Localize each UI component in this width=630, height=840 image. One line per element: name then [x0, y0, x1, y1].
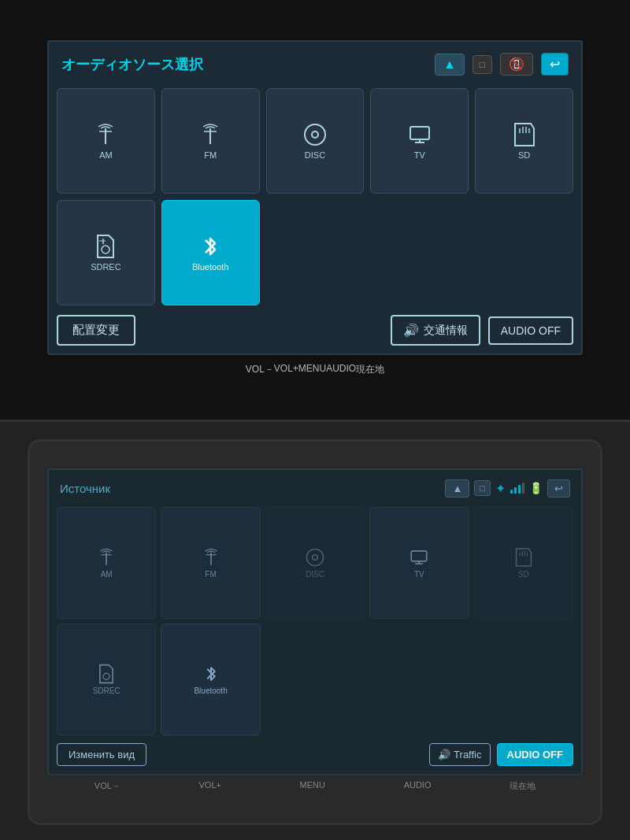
sd-label-top: SD: [518, 150, 530, 160]
genzaichi-bottom[interactable]: 現在地: [510, 780, 536, 792]
svg-rect-22: [412, 550, 428, 561]
vol-minus-top[interactable]: VOL－: [246, 363, 274, 376]
sdrec-button-top[interactable]: SDREC: [57, 200, 155, 305]
menu-bottom[interactable]: MENU: [300, 780, 325, 792]
bar2: [514, 487, 517, 494]
battery-icon-bottom: □: [474, 480, 491, 496]
disc-icon-bottom: [305, 547, 325, 568]
hw-controls-bottom: VOL－ VOL+ MENU AUDIO 現在地: [47, 775, 583, 797]
svg-point-13: [102, 246, 109, 253]
audio-top[interactable]: AUDIO: [326, 363, 356, 376]
svg-point-5: [312, 131, 318, 138]
svg-point-20: [306, 549, 323, 565]
media-icon-top: □: [480, 59, 485, 70]
sd-label-bottom: SD: [518, 570, 529, 579]
tv-icon: [407, 122, 432, 147]
fm-label-bottom: FM: [205, 570, 216, 579]
bluetooth-icon-bottom: [202, 664, 220, 684]
page-title-top: オーディオソース選択: [61, 55, 427, 74]
audio-off-button-bottom[interactable]: AUDIO OFF: [497, 743, 574, 766]
fm-icon: [198, 122, 223, 147]
bottom-bar-top: 配置変更 🔊 交通情報 AUDIO OFF: [57, 315, 573, 346]
sd-icon-bottom: [515, 547, 532, 568]
bluetooth-button-top[interactable]: Bluetooth: [161, 200, 260, 305]
am-icon-bottom: [96, 547, 117, 568]
no-phone-button-top[interactable]: 📵: [500, 53, 533, 76]
traffic-label-top: 交通情報: [424, 324, 468, 338]
traffic-wave-icon-bottom: 🔊: [438, 749, 450, 760]
header-bar-top: オーディオソース選択 ▲ □ 📵 ↩: [57, 50, 573, 79]
screen-top: オーディオソース選択 ▲ □ 📵 ↩: [47, 40, 583, 355]
sdrec-label-top: SDREC: [91, 262, 121, 272]
menu-top[interactable]: MENU: [298, 363, 326, 376]
disc-button-bottom[interactable]: DISC: [265, 507, 365, 619]
tv-label-bottom: TV: [414, 570, 424, 579]
bluetooth-status-icon: ✦: [495, 481, 506, 496]
arrange-button-top[interactable]: 配置変更: [57, 315, 135, 346]
sdrec-icon-bottom: [96, 664, 117, 684]
traffic-button-bottom[interactable]: 🔊 Traffic: [429, 743, 490, 766]
svg-rect-6: [410, 127, 429, 139]
eject-button-bottom[interactable]: ▲: [445, 479, 469, 498]
device-bezel: Источник ▲ □ ✦ 🔋 ↩: [28, 439, 602, 825]
am-button-top[interactable]: AM: [57, 88, 155, 194]
disc-label-top: DISC: [305, 150, 325, 160]
vol-plus-bottom[interactable]: VOL+: [199, 780, 221, 792]
traffic-button-top[interactable]: 🔊 交通情報: [391, 315, 480, 346]
back-button-bottom[interactable]: ↩: [547, 479, 570, 498]
audio-bottom[interactable]: AUDIO: [404, 780, 432, 792]
arrange-button-bottom[interactable]: Изменить вид: [57, 743, 146, 766]
tv-label-top: TV: [414, 150, 425, 160]
bluetooth-label-bottom: Bluetooth: [194, 686, 227, 695]
traffic-label-bottom: Traffic: [454, 749, 481, 760]
no-phone-icon: 📵: [509, 57, 524, 72]
bluetooth-button-bottom[interactable]: Bluetooth: [161, 624, 260, 735]
controls-bar-top: VOL－ VOL+ MENU AUDIO 現在地: [230, 360, 400, 379]
svg-point-4: [305, 124, 325, 145]
page-title-bottom: Источник: [60, 482, 439, 495]
sdrec-icon: [93, 234, 118, 259]
fm-label-top: FM: [204, 150, 217, 160]
sd-icon: [513, 122, 536, 147]
phone-icon-top[interactable]: □: [472, 55, 492, 74]
header-bar-bottom: Источник ▲ □ ✦ 🔋 ↩: [57, 478, 573, 499]
signal-bars: [510, 483, 524, 494]
fm-button-bottom[interactable]: FM: [161, 507, 260, 619]
svg-point-29: [103, 673, 109, 679]
sdrec-label-bottom: SDREC: [93, 686, 120, 695]
battery-icon2: 🔋: [529, 482, 543, 494]
bar1: [510, 490, 513, 494]
bluetooth-icon-top: [199, 234, 221, 259]
svg-point-21: [313, 554, 318, 560]
media-grid-bottom: AM FM: [57, 507, 573, 735]
fm-button-top[interactable]: FM: [161, 88, 260, 194]
bar3: [518, 485, 521, 494]
tv-icon-bottom: [409, 547, 429, 568]
tv-button-bottom[interactable]: TV: [369, 507, 469, 619]
am-label-top: AM: [99, 150, 113, 160]
genzaichi-top[interactable]: 現在地: [356, 363, 384, 376]
vol-minus-bottom[interactable]: VOL－: [94, 780, 120, 792]
am-icon: [93, 122, 118, 147]
disc-button-top[interactable]: DISC: [266, 88, 365, 194]
tv-button-top[interactable]: TV: [370, 88, 469, 194]
audio-off-button-top[interactable]: AUDIO OFF: [488, 316, 573, 345]
bluetooth-label-top: Bluetooth: [192, 262, 228, 272]
fm-icon-bottom: [201, 547, 221, 568]
vol-plus-top[interactable]: VOL+: [274, 363, 298, 376]
sd-button-bottom[interactable]: SD: [474, 507, 573, 619]
am-button-bottom[interactable]: AM: [57, 507, 156, 619]
sd-button-top[interactable]: SD: [475, 88, 573, 194]
sdrec-button-bottom[interactable]: SDREC: [57, 624, 156, 735]
disc-label-bottom: DISC: [306, 570, 324, 579]
bar4: [522, 483, 524, 494]
bottom-bar-bottom: Изменить вид 🔊 Traffic AUDIO OFF: [57, 743, 573, 766]
media-grid-top: AM FM: [57, 88, 573, 305]
disc-icon: [302, 122, 328, 147]
traffic-wave-icon: 🔊: [403, 323, 419, 338]
top-screen-area: オーディオソース選択 ▲ □ 📵 ↩: [0, 0, 630, 420]
screen-bottom: Источник ▲ □ ✦ 🔋 ↩: [47, 468, 583, 775]
eject-button-top[interactable]: ▲: [435, 54, 465, 76]
status-icons: ▲ □ ✦ 🔋 ↩: [445, 479, 570, 498]
back-button-top[interactable]: ↩: [541, 53, 569, 76]
